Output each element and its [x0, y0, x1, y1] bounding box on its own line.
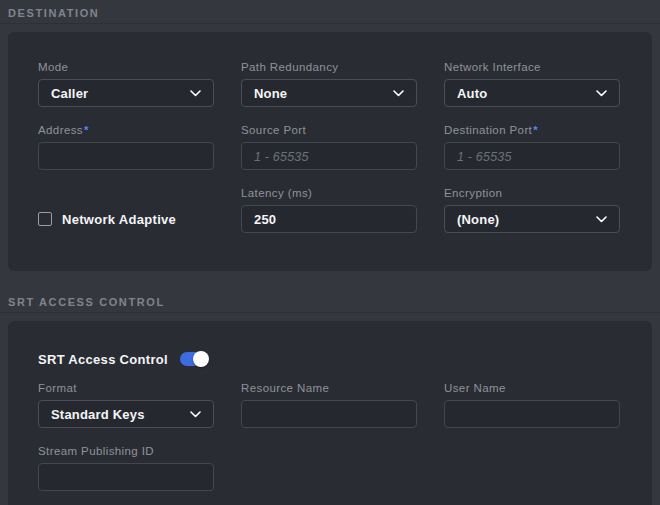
format-select[interactable]: Standard Keys [38, 400, 214, 428]
user-name-input[interactable] [444, 400, 620, 428]
chevron-down-icon [393, 90, 404, 97]
address-input[interactable] [38, 142, 214, 170]
latency-label: Latency (ms) [241, 186, 417, 200]
address-field: Address* [38, 123, 214, 170]
resource-name-input[interactable] [241, 400, 417, 428]
format-label: Format [38, 381, 214, 395]
address-label: Address* [38, 123, 214, 137]
format-field: Format Standard Keys [38, 381, 214, 428]
stream-publishing-id-input[interactable] [38, 463, 214, 491]
path-redundancy-select[interactable]: None [241, 79, 417, 107]
encryption-field: Encryption (None) [444, 186, 620, 233]
mode-field: Mode Caller [38, 60, 214, 107]
network-interface-label: Network Interface [444, 60, 620, 74]
required-asterisk: * [84, 124, 89, 136]
source-port-field: Source Port [241, 123, 417, 170]
resource-name-label: Resource Name [241, 381, 417, 395]
mode-label: Mode [38, 60, 214, 74]
toggle-knob [193, 351, 209, 367]
path-redundancy-label: Path Redundancy [241, 60, 417, 74]
network-adaptive-label: Network Adaptive [62, 212, 176, 227]
latency-field: Latency (ms) [241, 186, 417, 233]
network-interface-select[interactable]: Auto [444, 79, 620, 107]
network-interface-field: Network Interface Auto [444, 60, 620, 107]
chevron-down-icon [596, 90, 607, 97]
destination-port-label: Destination Port* [444, 123, 620, 137]
stream-publishing-id-field: Stream Publishing ID [38, 444, 214, 491]
srt-access-control-toggle-label: SRT Access Control [38, 352, 168, 367]
stream-publishing-id-label: Stream Publishing ID [38, 444, 214, 458]
source-port-input[interactable] [241, 142, 417, 170]
destination-section: DESTINATION Mode Caller Path Redundancy [0, 0, 660, 271]
required-asterisk: * [533, 124, 538, 136]
path-redundancy-field: Path Redundancy None [241, 60, 417, 107]
user-name-label: User Name [444, 381, 620, 395]
destination-section-header: DESTINATION [0, 0, 660, 24]
network-interface-select-value: Auto [457, 86, 487, 101]
destination-port-input[interactable] [444, 142, 620, 170]
resource-name-field: Resource Name [241, 381, 417, 428]
encryption-select[interactable]: (None) [444, 205, 620, 233]
mode-select[interactable]: Caller [38, 79, 214, 107]
format-select-value: Standard Keys [51, 407, 145, 422]
chevron-down-icon [596, 216, 607, 223]
encryption-select-value: (None) [457, 212, 499, 227]
chevron-down-icon [190, 90, 201, 97]
network-adaptive-checkbox[interactable] [38, 212, 52, 226]
srt-access-control-section: SRT ACCESS CONTROL SRT Access Control Fo… [0, 289, 660, 505]
srt-access-control-toggle-row: SRT Access Control [38, 349, 622, 369]
destination-card: Mode Caller Path Redundancy None [8, 32, 652, 271]
path-redundancy-select-value: None [254, 86, 287, 101]
chevron-down-icon [190, 411, 201, 418]
mode-select-value: Caller [51, 86, 88, 101]
source-port-label: Source Port [241, 123, 417, 137]
encryption-label: Encryption [444, 186, 620, 200]
network-adaptive-field: Network Adaptive [38, 186, 214, 233]
srt-access-control-section-header: SRT ACCESS CONTROL [0, 289, 660, 313]
latency-input[interactable] [241, 205, 417, 233]
srt-access-control-card: SRT Access Control Format Standard Keys [8, 321, 652, 505]
srt-access-control-toggle[interactable] [180, 352, 208, 366]
user-name-field: User Name [444, 381, 620, 428]
destination-port-field: Destination Port* [444, 123, 620, 170]
